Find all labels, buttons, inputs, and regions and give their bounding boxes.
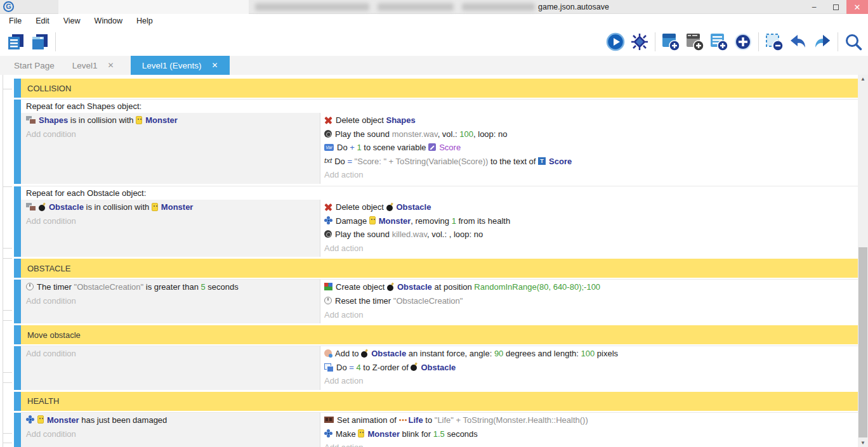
event[interactable]: Repeat for each Obstacle object:Obstacle… [21, 186, 858, 257]
sound-icon [324, 130, 332, 138]
menu-view[interactable]: View [61, 15, 83, 27]
event[interactable]: Add conditionAdd to Obstacle an instant … [21, 346, 858, 390]
action-line[interactable]: txtDo = "Score: " + ToString(Variable(Sc… [320, 155, 858, 169]
close-button[interactable]: ✕ [846, 0, 868, 14]
menu-edit[interactable]: Edit [33, 15, 52, 27]
maximize-button[interactable] [825, 0, 846, 14]
text-segment: Play the sound [335, 129, 392, 139]
action-line[interactable]: Delete object Obstacle [320, 200, 858, 214]
deselect-icon[interactable] [765, 32, 784, 51]
window-title: game.json.autosave [538, 3, 609, 11]
condition-line[interactable]: The timer "ObstacleCreation" is greater … [21, 280, 320, 294]
event[interactable]: The timer "ObstacleCreation" is greater … [21, 279, 858, 323]
events-sheet-icon[interactable] [6, 32, 25, 51]
close-icon[interactable]: ✕ [108, 61, 114, 70]
text-segment: from its health [456, 216, 510, 226]
event-group-header[interactable]: COLLISION [21, 79, 858, 98]
vertical-scrollbar[interactable]: ▲ ▼ [858, 75, 868, 447]
scroll-up-icon[interactable]: ▲ [858, 75, 868, 84]
text-segment: Monster [47, 415, 79, 425]
text-segment: Monster [161, 202, 194, 212]
text-segment: is greater than [143, 282, 201, 292]
search-icon[interactable] [844, 32, 863, 51]
tab-start-page[interactable]: Start Page [6, 56, 62, 75]
scrollbar-thumb[interactable] [858, 247, 867, 437]
text-segment: 1 [452, 216, 456, 226]
conditions-cell[interactable]: The timer "ObstacleCreation" is greater … [21, 280, 320, 323]
conditions-cell[interactable]: Monster has just been damagedAdd conditi… [21, 413, 320, 447]
event-repeat-header[interactable]: Repeat for each Shapes object: [21, 100, 858, 113]
conditions-cell[interactable]: Obstacle is in collision with MonsterAdd… [21, 200, 320, 257]
undo-icon[interactable] [789, 32, 808, 51]
tab-level1-events[interactable]: Level1 (Events) ✕ [131, 56, 230, 75]
condition-line[interactable]: Monster has just been damaged [21, 413, 320, 427]
event[interactable]: Monster has just been damagedAdd conditi… [21, 412, 858, 447]
action-line[interactable]: VarDo + 1 to scene variable Score [320, 141, 858, 155]
action-line[interactable]: Play the sound monster.wav, vol.: 100, l… [320, 127, 858, 141]
condition-line[interactable]: Shapes is in collision with Monster [21, 113, 320, 127]
minimize-button[interactable]: – [803, 0, 825, 14]
condition-line[interactable]: Add condition [21, 294, 320, 308]
action-line[interactable]: Add action [320, 168, 858, 182]
txt-icon: txt [324, 154, 332, 168]
add-comment-icon[interactable] [685, 32, 704, 51]
redo-icon[interactable] [813, 32, 832, 51]
action-line[interactable]: Delete object Shapes [320, 113, 858, 127]
health-icon [324, 216, 332, 224]
action-line[interactable]: Make Monster blink for 1.5 seconds [320, 427, 858, 441]
condition-line[interactable]: Obstacle is in collision with Monster [21, 200, 320, 214]
close-icon[interactable]: ✕ [211, 61, 218, 70]
actions-cell[interactable]: Delete object ShapesPlay the sound monst… [320, 113, 858, 184]
condition-line[interactable]: Add condition [21, 427, 320, 441]
text-segment: Score [549, 157, 572, 166]
actions-cell[interactable]: Add to Obstacle an instant force, angle:… [320, 346, 858, 390]
conditions-cell[interactable]: Add condition [21, 346, 320, 390]
action-line[interactable]: Set animation of Life to "Life" + ToStri… [320, 413, 858, 427]
event-group-header[interactable]: OBSTACLE [21, 259, 858, 278]
scene-editor-icon[interactable] [30, 32, 49, 51]
condition-line[interactable]: Add condition [21, 347, 320, 361]
event-repeat-header[interactable]: Repeat for each Obstacle object: [21, 186, 858, 200]
tab-level1[interactable]: Level1 ✕ [65, 56, 122, 75]
actions-cell[interactable]: Create object Obstacle at position Rando… [320, 280, 858, 323]
menu-help[interactable]: Help [134, 15, 155, 27]
action-line[interactable]: Add action [320, 441, 858, 447]
text-segment: is in collision with [68, 115, 136, 125]
scroll-down-icon[interactable]: ▼ [858, 439, 868, 447]
actions-cell[interactable]: Delete object ObstacleDamage Monster, re… [320, 200, 858, 257]
create-icon [324, 283, 332, 290]
action-line[interactable]: Do = 4 to Z-order of Obstacle [320, 361, 858, 375]
add-new-icon[interactable] [733, 32, 753, 51]
action-line[interactable]: Add action [320, 308, 858, 322]
text-segment: Add condition [26, 129, 76, 139]
tab-label: Level1 (Events) [142, 61, 202, 70]
event[interactable]: Repeat for each Shapes object:Shapes is … [21, 99, 858, 184]
text-segment: The timer [37, 282, 74, 292]
action-line[interactable]: Add action [320, 242, 858, 256]
text-segment: Delete object [336, 202, 386, 212]
toolbar [0, 28, 868, 56]
play-icon[interactable] [606, 32, 625, 51]
action-line[interactable]: Reset the timer "ObstacleCreation" [320, 294, 858, 308]
menu-file[interactable]: File [6, 15, 24, 27]
action-line[interactable]: Create object Obstacle at position Rando… [320, 280, 858, 294]
debug-icon[interactable] [630, 32, 649, 51]
text-segment: 100 [581, 349, 595, 358]
scenevar-icon [428, 143, 436, 151]
action-line[interactable]: Add to Obstacle an instant force, angle:… [320, 347, 858, 361]
text-segment: Add action [324, 376, 363, 385]
menu-window[interactable]: Window [92, 15, 125, 27]
action-line[interactable]: Damage Monster, removing 1 from its heal… [320, 214, 858, 228]
conditions-cell[interactable]: Shapes is in collision with MonsterAdd c… [21, 113, 320, 184]
actions-cell[interactable]: Set animation of Life to "Life" + ToStri… [320, 413, 858, 447]
add-subevent-icon[interactable] [709, 32, 728, 51]
condition-line[interactable]: Add condition [21, 127, 320, 141]
text-segment: Do [334, 157, 347, 166]
condition-line[interactable]: Add condition [21, 214, 320, 228]
action-line[interactable]: Add action [320, 374, 858, 388]
action-line[interactable]: Play the sound killed.wav, vol.: , loop:… [320, 228, 858, 242]
add-event-icon[interactable] [661, 32, 680, 51]
text-segment: Damage [336, 216, 369, 226]
event-group-header[interactable]: HEALTH [21, 392, 858, 411]
event-group-header[interactable]: Move obstacle [21, 325, 858, 344]
